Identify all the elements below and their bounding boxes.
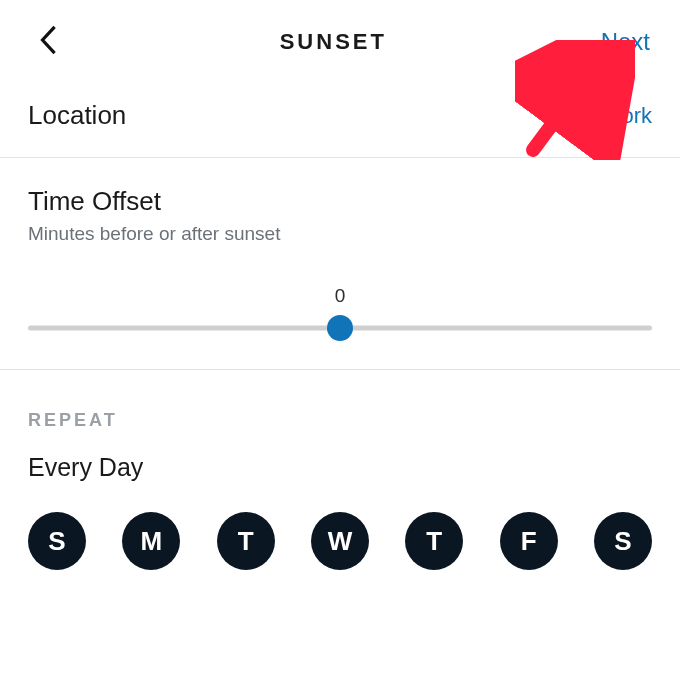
day-sat[interactable]: S xyxy=(594,512,652,570)
day-mon[interactable]: M xyxy=(122,512,180,570)
repeat-section: REPEAT Every Day S M T W T F S xyxy=(0,370,680,570)
page-title: SUNSET xyxy=(280,29,387,55)
location-row[interactable]: Location Work xyxy=(0,72,680,158)
offset-slider-wrap: 0 xyxy=(28,285,652,341)
slider-thumb[interactable] xyxy=(327,315,353,341)
offset-slider[interactable] xyxy=(28,315,652,341)
back-button[interactable] xyxy=(28,22,68,62)
time-offset-sub: Minutes before or after sunset xyxy=(28,223,652,245)
location-value[interactable]: Work xyxy=(601,103,652,129)
repeat-value-label: Every Day xyxy=(28,453,652,482)
day-tue[interactable]: T xyxy=(217,512,275,570)
chevron-left-icon xyxy=(37,25,59,59)
day-thu[interactable]: T xyxy=(405,512,463,570)
time-offset-label: Time Offset xyxy=(28,186,652,217)
day-sun[interactable]: S xyxy=(28,512,86,570)
day-picker: S M T W T F S xyxy=(28,512,652,570)
repeat-section-title: REPEAT xyxy=(28,410,652,431)
sunset-schedule-screen: SUNSET Next Location Work Time Offset Mi… xyxy=(0,0,680,700)
day-fri[interactable]: F xyxy=(500,512,558,570)
header-bar: SUNSET Next xyxy=(0,0,680,72)
location-label: Location xyxy=(28,100,126,131)
next-button[interactable]: Next xyxy=(599,24,652,60)
offset-value: 0 xyxy=(28,285,652,307)
day-wed[interactable]: W xyxy=(311,512,369,570)
time-offset-row: Time Offset Minutes before or after suns… xyxy=(0,158,680,370)
